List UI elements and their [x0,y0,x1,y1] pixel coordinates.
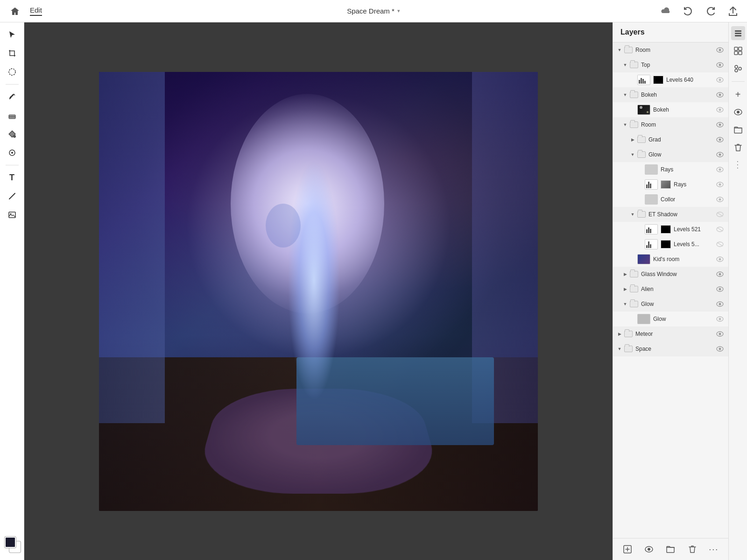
visibility-icon[interactable] [715,225,725,234]
layer-levels640[interactable]: Levels 640 [613,72,728,87]
eye-button[interactable] [642,542,656,556]
layer-space-group[interactable]: ▼ Space [613,341,728,356]
foreground-color[interactable] [5,537,16,548]
edit-menu[interactable]: Edit [30,6,42,16]
redo-button[interactable] [704,5,717,18]
filters-view-button[interactable] [731,62,745,76]
layer-bokeh[interactable]: Bokeh [613,102,728,117]
text-tool[interactable]: T [4,169,21,186]
layer-collor[interactable]: Collor [613,192,728,207]
home-button[interactable] [7,4,22,19]
svg-point-60 [739,67,741,70]
layer-glow-2[interactable]: Glow [613,312,728,326]
folder-icon [630,62,638,68]
fill-tool[interactable] [4,126,21,142]
cloud-save-button[interactable] [659,5,672,18]
eraser-tool[interactable] [4,107,21,124]
layers-list[interactable]: ▼ Room ▼ Top [613,43,728,538]
layer-alien-group[interactable]: ▶ Alien [613,282,728,297]
layer-levels521[interactable]: Levels 521 [613,222,728,237]
layer-toggle-empty [637,182,643,187]
layer-top-group[interactable]: ▼ Top [613,57,728,72]
delete-layer-button[interactable] [685,542,699,556]
folder-button[interactable] [663,542,677,556]
color-swatch[interactable] [4,536,21,553]
layer-bokeh-group[interactable]: ▼ Bokeh [613,87,728,102]
visibility-icon[interactable] [715,344,725,354]
visibility-icon[interactable] [715,284,725,294]
layer-name: Room [635,47,715,53]
layer-kidsroom[interactable]: Kid's room [613,252,728,267]
visibility-icon[interactable] [715,150,725,159]
layer-glasswindow-group[interactable]: ▶ Glass Window [613,267,728,282]
visibility-icon[interactable] [715,329,725,339]
select-tool[interactable] [4,26,21,43]
visibility-icon[interactable] [715,60,725,70]
visibility-icon[interactable] [715,45,725,55]
visibility-icon[interactable] [715,90,725,99]
effects-view-button[interactable] [731,44,745,58]
layer-glow-group[interactable]: ▼ Glow [613,147,728,162]
canvas-area[interactable] [24,22,613,560]
layer-toggle[interactable]: ▶ [622,286,628,292]
image-tool[interactable] [4,206,21,223]
visibility-icon[interactable] [715,210,725,219]
brush-tool[interactable] [4,88,21,105]
layer-rays-1[interactable]: Rays [613,162,728,177]
layers-view-button[interactable] [731,26,745,40]
folder-icon [630,271,638,277]
visibility-icon[interactable] [715,165,725,174]
visibility-icon[interactable] [715,180,725,189]
layer-toggle[interactable]: ▼ [622,62,628,68]
svg-rect-54 [735,35,741,36]
clone-tool[interactable] [4,144,21,161]
layer-toggle[interactable]: ▶ [622,271,628,277]
layer-grad-group[interactable]: ▶ Grad [613,132,728,147]
share-button[interactable] [726,5,740,18]
left-toolbar: T [0,22,24,560]
visibility-icon[interactable] [715,75,725,85]
visibility-icon[interactable] [715,120,725,129]
tool-separator-2 [6,165,19,165]
more-options-button[interactable]: ··· [707,542,721,556]
layer-name: Glow [641,301,715,307]
visibility-icon[interactable] [715,240,725,249]
visibility-icon[interactable] [715,195,725,204]
add-button[interactable]: + [731,87,745,101]
layer-meteor-group[interactable]: ▶ Meteor [613,326,728,341]
visibility-icon[interactable] [715,255,725,264]
folder-mini-button[interactable] [731,123,745,137]
layer-name: Kid's room [653,256,715,262]
layer-toggle[interactable]: ▼ [630,212,635,217]
delete-mini-button[interactable] [731,141,745,155]
visibility-icon[interactable] [715,299,725,309]
layer-toggle[interactable]: ▼ [622,92,628,98]
layer-toggle[interactable]: ▼ [622,122,628,128]
layer-room-subgroup[interactable]: ▼ Room [613,117,728,132]
layer-toggle[interactable]: ▼ [617,346,622,352]
layer-levels5[interactable]: Levels 5... [613,237,728,252]
visibility-icon[interactable] [715,135,725,144]
svg-rect-55 [734,47,738,50]
more-mini-button[interactable]: ··· [731,158,745,172]
layer-room-group[interactable]: ▼ Room [613,43,728,57]
crop-tool[interactable] [4,45,21,62]
add-layer-button[interactable] [620,542,634,556]
layer-rays-2[interactable]: Rays [613,177,728,192]
layer-toggle[interactable]: ▼ [622,301,628,307]
visibility-icon[interactable] [715,314,725,324]
undo-button[interactable] [682,5,695,18]
layer-glow-group2[interactable]: ▼ Glow [613,297,728,312]
layer-etshadow-group[interactable]: ▼ ET Shadow [613,207,728,222]
layer-toggle[interactable]: ▼ [617,47,622,53]
lasso-tool[interactable] [4,64,21,80]
svg-rect-52 [735,30,741,32]
layer-toggle[interactable]: ▼ [630,152,635,157]
layer-toggle[interactable]: ▶ [617,331,622,337]
eye-mini-button[interactable] [731,105,745,119]
line-tool[interactable] [4,188,21,205]
visibility-icon[interactable] [715,269,725,279]
visibility-icon[interactable] [715,105,725,114]
svg-point-36 [719,258,721,261]
layer-toggle[interactable]: ▶ [630,137,635,142]
